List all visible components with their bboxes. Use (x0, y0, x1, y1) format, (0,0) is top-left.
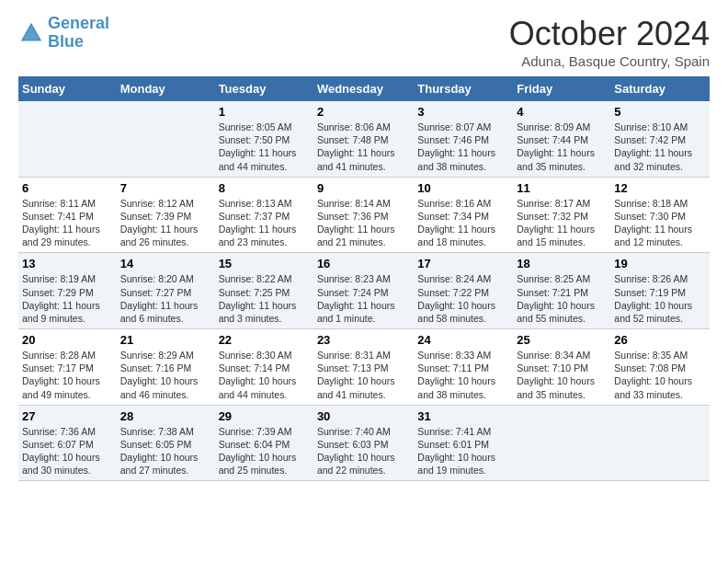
day-header-thursday: Thursday (414, 76, 513, 101)
day-number: 27 (22, 409, 113, 423)
day-number: 3 (417, 105, 509, 119)
calendar-cell: 9Sunrise: 8:14 AM Sunset: 7:36 PM Daylig… (313, 177, 414, 253)
day-header-sunday: Sunday (18, 76, 117, 101)
calendar-cell: 25Sunrise: 8:34 AM Sunset: 7:10 PM Dayli… (513, 329, 610, 406)
day-number: 13 (22, 257, 113, 270)
calendar-cell: 24Sunrise: 8:33 AM Sunset: 7:11 PM Dayli… (414, 329, 513, 406)
cell-info: Sunrise: 7:41 AM Sunset: 6:01 PM Dayligh… (417, 425, 509, 477)
calendar-cell: 2Sunrise: 8:06 AM Sunset: 7:48 PM Daylig… (313, 101, 414, 177)
day-number: 12 (614, 181, 706, 195)
calendar-cell: 31Sunrise: 7:41 AM Sunset: 6:01 PM Dayli… (414, 405, 513, 481)
cell-info: Sunrise: 8:12 AM Sunset: 7:39 PM Dayligh… (120, 197, 211, 249)
calendar-cell: 27Sunrise: 7:36 AM Sunset: 6:07 PM Dayli… (18, 405, 117, 481)
day-number: 8 (219, 181, 310, 195)
day-number: 29 (219, 409, 310, 423)
calendar-cell: 3Sunrise: 8:07 AM Sunset: 7:46 PM Daylig… (414, 101, 513, 177)
cell-info: Sunrise: 8:06 AM Sunset: 7:48 PM Dayligh… (317, 121, 410, 173)
day-number: 2 (317, 105, 410, 119)
day-number: 6 (22, 181, 113, 195)
cell-info: Sunrise: 8:14 AM Sunset: 7:36 PM Dayligh… (317, 197, 410, 249)
cell-info: Sunrise: 8:20 AM Sunset: 7:27 PM Dayligh… (120, 272, 211, 325)
calendar-cell: 14Sunrise: 8:20 AM Sunset: 7:27 PM Dayli… (117, 253, 215, 329)
calendar-cell: 20Sunrise: 8:28 AM Sunset: 7:17 PM Dayli… (18, 329, 117, 406)
calendar-cell (610, 405, 710, 481)
day-number: 19 (614, 257, 706, 270)
day-number: 17 (417, 257, 509, 270)
calendar-cell: 1Sunrise: 8:05 AM Sunset: 7:50 PM Daylig… (215, 101, 313, 177)
cell-info: Sunrise: 8:17 AM Sunset: 7:32 PM Dayligh… (517, 197, 607, 249)
cell-info: Sunrise: 8:25 AM Sunset: 7:21 PM Dayligh… (517, 272, 607, 325)
calendar-cell: 22Sunrise: 8:30 AM Sunset: 7:14 PM Dayli… (215, 329, 313, 406)
day-number: 9 (317, 181, 410, 195)
calendar-cell: 30Sunrise: 7:40 AM Sunset: 6:03 PM Dayli… (313, 405, 414, 481)
cell-info: Sunrise: 8:26 AM Sunset: 7:19 PM Dayligh… (614, 272, 706, 325)
calendar-cell: 29Sunrise: 7:39 AM Sunset: 6:04 PM Dayli… (215, 405, 313, 481)
calendar-cell: 23Sunrise: 8:31 AM Sunset: 7:13 PM Dayli… (313, 329, 414, 406)
day-number: 30 (317, 409, 410, 423)
day-number: 4 (517, 105, 607, 119)
day-number: 18 (517, 257, 607, 270)
cell-info: Sunrise: 8:31 AM Sunset: 7:13 PM Dayligh… (317, 349, 410, 401)
day-number: 14 (120, 257, 211, 270)
title-block: October 2024 Aduna, Basque Country, Spai… (509, 15, 710, 69)
day-number: 24 (417, 333, 509, 347)
day-number: 7 (120, 181, 211, 195)
calendar-cell: 13Sunrise: 8:19 AM Sunset: 7:29 PM Dayli… (18, 253, 117, 329)
day-number: 10 (417, 181, 509, 195)
calendar-cell: 19Sunrise: 8:26 AM Sunset: 7:19 PM Dayli… (610, 253, 710, 329)
cell-info: Sunrise: 7:39 AM Sunset: 6:04 PM Dayligh… (219, 425, 310, 477)
calendar-cell: 26Sunrise: 8:35 AM Sunset: 7:08 PM Dayli… (610, 329, 710, 406)
calendar-cell: 16Sunrise: 8:23 AM Sunset: 7:24 PM Dayli… (313, 253, 414, 329)
day-number: 1 (219, 105, 310, 119)
day-number: 31 (417, 409, 509, 423)
day-number: 21 (120, 333, 211, 347)
calendar-cell: 11Sunrise: 8:17 AM Sunset: 7:32 PM Dayli… (513, 177, 610, 253)
day-number: 15 (219, 257, 310, 270)
calendar-cell: 15Sunrise: 8:22 AM Sunset: 7:25 PM Dayli… (215, 253, 313, 329)
calendar-cell: 28Sunrise: 7:38 AM Sunset: 6:05 PM Dayli… (117, 405, 215, 481)
cell-info: Sunrise: 8:18 AM Sunset: 7:30 PM Dayligh… (614, 197, 706, 249)
logo-text: General Blue (48, 15, 109, 52)
cell-info: Sunrise: 8:29 AM Sunset: 7:16 PM Dayligh… (120, 349, 211, 401)
week-row-2: 6Sunrise: 8:11 AM Sunset: 7:41 PM Daylig… (18, 177, 710, 253)
cell-info: Sunrise: 8:09 AM Sunset: 7:44 PM Dayligh… (517, 121, 607, 173)
day-header-saturday: Saturday (610, 76, 710, 101)
week-row-4: 20Sunrise: 8:28 AM Sunset: 7:17 PM Dayli… (18, 329, 710, 406)
day-number: 16 (317, 257, 410, 270)
day-number: 22 (219, 333, 310, 347)
cell-info: Sunrise: 8:24 AM Sunset: 7:22 PM Dayligh… (417, 272, 509, 325)
day-header-tuesday: Tuesday (215, 76, 313, 101)
logo-icon (18, 20, 44, 46)
calendar-cell: 12Sunrise: 8:18 AM Sunset: 7:30 PM Dayli… (610, 177, 710, 253)
day-number: 25 (517, 333, 607, 347)
calendar-cell: 10Sunrise: 8:16 AM Sunset: 7:34 PM Dayli… (414, 177, 513, 253)
cell-info: Sunrise: 8:23 AM Sunset: 7:24 PM Dayligh… (317, 272, 410, 325)
day-number: 5 (614, 105, 706, 119)
day-header-monday: Monday (117, 76, 215, 101)
cell-info: Sunrise: 7:38 AM Sunset: 6:05 PM Dayligh… (120, 425, 211, 477)
cell-info: Sunrise: 8:35 AM Sunset: 7:08 PM Dayligh… (614, 349, 706, 401)
cell-info: Sunrise: 8:11 AM Sunset: 7:41 PM Dayligh… (22, 197, 113, 249)
calendar-cell: 18Sunrise: 8:25 AM Sunset: 7:21 PM Dayli… (513, 253, 610, 329)
cell-info: Sunrise: 8:34 AM Sunset: 7:10 PM Dayligh… (517, 349, 607, 401)
calendar-cell: 5Sunrise: 8:10 AM Sunset: 7:42 PM Daylig… (610, 101, 710, 177)
cell-info: Sunrise: 8:07 AM Sunset: 7:46 PM Dayligh… (417, 121, 509, 173)
day-number: 23 (317, 333, 410, 347)
cell-info: Sunrise: 7:40 AM Sunset: 6:03 PM Dayligh… (317, 425, 410, 477)
location: Aduna, Basque Country, Spain (509, 53, 710, 69)
cell-info: Sunrise: 8:19 AM Sunset: 7:29 PM Dayligh… (22, 272, 113, 325)
cell-info: Sunrise: 8:30 AM Sunset: 7:14 PM Dayligh… (219, 349, 310, 401)
day-number: 26 (614, 333, 706, 347)
calendar-cell: 21Sunrise: 8:29 AM Sunset: 7:16 PM Dayli… (117, 329, 215, 406)
week-row-5: 27Sunrise: 7:36 AM Sunset: 6:07 PM Dayli… (18, 405, 710, 481)
page-header: General Blue October 2024 Aduna, Basque … (18, 15, 710, 69)
day-header-friday: Friday (513, 76, 610, 101)
calendar-cell: 7Sunrise: 8:12 AM Sunset: 7:39 PM Daylig… (117, 177, 215, 253)
cell-info: Sunrise: 8:05 AM Sunset: 7:50 PM Dayligh… (219, 121, 310, 173)
calendar-cell: 8Sunrise: 8:13 AM Sunset: 7:37 PM Daylig… (215, 177, 313, 253)
header-row: SundayMondayTuesdayWednesdayThursdayFrid… (18, 76, 710, 101)
cell-info: Sunrise: 7:36 AM Sunset: 6:07 PM Dayligh… (22, 425, 113, 477)
week-row-3: 13Sunrise: 8:19 AM Sunset: 7:29 PM Dayli… (18, 253, 710, 329)
cell-info: Sunrise: 8:10 AM Sunset: 7:42 PM Dayligh… (614, 121, 706, 173)
cell-info: Sunrise: 8:13 AM Sunset: 7:37 PM Dayligh… (219, 197, 310, 249)
